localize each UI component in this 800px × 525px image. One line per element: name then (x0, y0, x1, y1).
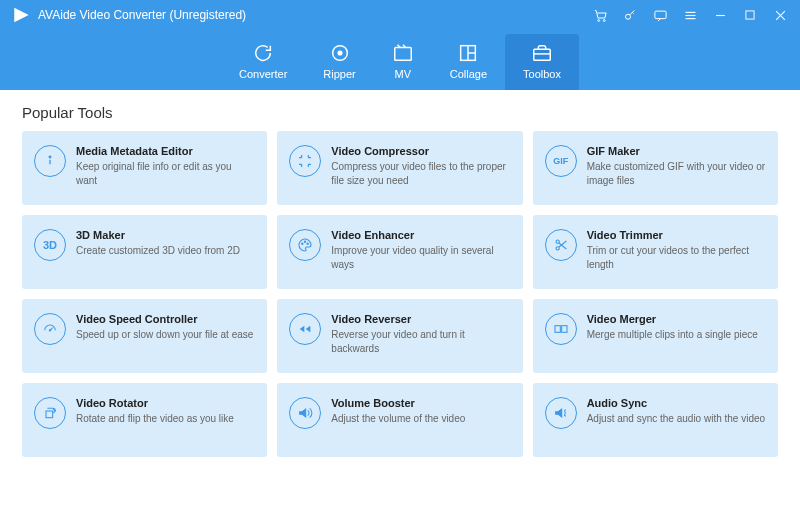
card-desc: Make customized GIF with your video or i… (587, 160, 766, 187)
tool-3d-maker[interactable]: 3D 3D Maker Create customized 3D video f… (22, 215, 267, 289)
card-desc: Reverse your video and turn it backwards (331, 328, 510, 355)
card-body: Audio Sync Adjust and sync the audio wit… (587, 397, 765, 426)
card-title: Video Reverser (331, 313, 510, 325)
nav-ripper[interactable]: Ripper (305, 34, 373, 90)
tool-video-rotator[interactable]: Video Rotator Rotate and flip the video … (22, 383, 267, 457)
svg-point-2 (625, 14, 630, 19)
menu-icon[interactable] (682, 7, 698, 23)
rotate-icon (34, 397, 66, 429)
title-left: AVAide Video Converter (Unregistered) (12, 6, 246, 24)
cart-icon[interactable] (592, 7, 608, 23)
svg-rect-8 (746, 11, 754, 19)
ripper-icon (329, 42, 351, 64)
card-body: Video Rotator Rotate and flip the video … (76, 397, 234, 426)
card-title: GIF Maker (587, 145, 766, 157)
card-desc: Adjust and sync the audio with the video (587, 412, 765, 426)
collage-icon (457, 42, 479, 64)
card-desc: Compress your video files to the proper … (331, 160, 510, 187)
minimize-icon[interactable] (712, 7, 728, 23)
card-desc: Speed up or slow down your file at ease (76, 328, 253, 342)
card-title: 3D Maker (76, 229, 240, 241)
tool-video-reverser[interactable]: Video Reverser Reverse your video and tu… (277, 299, 522, 373)
close-icon[interactable] (772, 7, 788, 23)
card-body: GIF Maker Make customized GIF with your … (587, 145, 766, 187)
window-controls (592, 7, 788, 23)
svg-rect-13 (394, 48, 411, 61)
card-body: Video Enhancer Improve your video qualit… (331, 229, 510, 271)
svg-point-0 (597, 19, 599, 21)
toolbox-icon (531, 42, 553, 64)
svg-point-29 (49, 330, 50, 331)
svg-rect-3 (654, 11, 665, 19)
card-desc: Keep original file info or edit as you w… (76, 160, 255, 187)
card-body: Video Reverser Reverse your video and tu… (331, 313, 510, 355)
card-desc: Adjust the volume of the video (331, 412, 465, 426)
nav-collage[interactable]: Collage (432, 34, 505, 90)
nav-converter[interactable]: Converter (221, 34, 305, 90)
converter-icon (252, 42, 274, 64)
navbar: Converter Ripper MV Collage Toolbox (0, 30, 800, 90)
card-title: Media Metadata Editor (76, 145, 255, 157)
nav-label: MV (394, 68, 411, 80)
sync-icon (545, 397, 577, 429)
info-icon (34, 145, 66, 177)
card-body: 3D Maker Create customized 3D video from… (76, 229, 240, 258)
chat-icon[interactable] (652, 7, 668, 23)
svg-point-22 (305, 241, 306, 242)
card-desc: Create customized 3D video from 2D (76, 244, 240, 258)
svg-rect-32 (46, 411, 53, 418)
key-icon[interactable] (622, 7, 638, 23)
svg-point-25 (556, 247, 559, 250)
card-body: Video Compressor Compress your video fil… (331, 145, 510, 187)
tool-gif-maker[interactable]: GIF GIF Maker Make customized GIF with y… (533, 131, 778, 205)
svg-rect-31 (561, 326, 566, 333)
tool-video-merger[interactable]: Video Merger Merge multiple clips into a… (533, 299, 778, 373)
tool-media-metadata-editor[interactable]: Media Metadata Editor Keep original file… (22, 131, 267, 205)
svg-rect-30 (555, 326, 560, 333)
main-content: Popular Tools Media Metadata Editor Keep… (0, 90, 800, 525)
card-title: Video Rotator (76, 397, 234, 409)
card-title: Video Enhancer (331, 229, 510, 241)
header: AVAide Video Converter (Unregistered) Co… (0, 0, 800, 90)
card-desc: Merge multiple clips into a single piece (587, 328, 758, 342)
tool-video-enhancer[interactable]: Video Enhancer Improve your video qualit… (277, 215, 522, 289)
card-body: Volume Booster Adjust the volume of the … (331, 397, 465, 426)
card-desc: Improve your video quality in several wa… (331, 244, 510, 271)
card-title: Video Compressor (331, 145, 510, 157)
tool-video-speed-controller[interactable]: Video Speed Controller Speed up or slow … (22, 299, 267, 373)
card-body: Media Metadata Editor Keep original file… (76, 145, 255, 187)
svg-point-21 (302, 243, 303, 244)
tool-video-compressor[interactable]: Video Compressor Compress your video fil… (277, 131, 522, 205)
nav-mv[interactable]: MV (374, 34, 432, 90)
section-title: Popular Tools (22, 104, 778, 121)
tool-volume-booster[interactable]: Volume Booster Adjust the volume of the … (277, 383, 522, 457)
nav-toolbox[interactable]: Toolbox (505, 34, 579, 90)
svg-point-12 (338, 51, 342, 55)
3d-icon: 3D (34, 229, 66, 261)
tool-video-trimmer[interactable]: Video Trimmer Trim or cut your videos to… (533, 215, 778, 289)
card-title: Video Speed Controller (76, 313, 253, 325)
svg-rect-17 (534, 49, 551, 60)
svg-point-1 (603, 19, 605, 21)
palette-icon (289, 229, 321, 261)
nav-label: Ripper (323, 68, 355, 80)
app-title: AVAide Video Converter (Unregistered) (38, 8, 246, 22)
merge-icon (545, 313, 577, 345)
app-logo-icon (12, 6, 30, 24)
svg-point-23 (307, 243, 308, 244)
card-body: Video Trimmer Trim or cut your videos to… (587, 229, 766, 271)
gif-icon: GIF (545, 145, 577, 177)
maximize-icon[interactable] (742, 7, 758, 23)
card-title: Video Trimmer (587, 229, 766, 241)
card-title: Volume Booster (331, 397, 465, 409)
rewind-icon (289, 313, 321, 345)
compress-icon (289, 145, 321, 177)
svg-point-20 (49, 156, 51, 158)
card-body: Video Speed Controller Speed up or slow … (76, 313, 253, 342)
mv-icon (392, 42, 414, 64)
nav-label: Collage (450, 68, 487, 80)
tools-grid: Media Metadata Editor Keep original file… (22, 131, 778, 457)
card-desc: Trim or cut your videos to the perfect l… (587, 244, 766, 271)
scissors-icon (545, 229, 577, 261)
tool-audio-sync[interactable]: Audio Sync Adjust and sync the audio wit… (533, 383, 778, 457)
